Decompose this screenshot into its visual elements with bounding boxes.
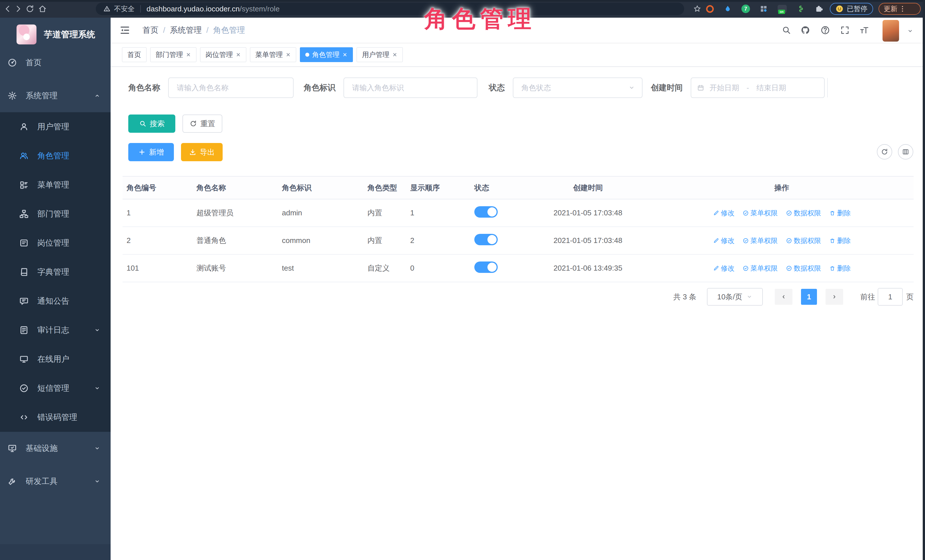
goto-page-input[interactable] bbox=[878, 288, 903, 306]
date-range-picker[interactable]: 开始日期 - 结束日期 bbox=[691, 78, 825, 98]
sidebar-collapse-icon[interactable] bbox=[119, 24, 131, 36]
browser-menu-icon[interactable] bbox=[902, 6, 903, 12]
close-icon[interactable] bbox=[392, 52, 397, 57]
menu-permission-action[interactable]: 菜单权限 bbox=[743, 236, 778, 245]
chevron-down-icon bbox=[746, 294, 753, 300]
menu-permission-action[interactable]: 菜单权限 bbox=[743, 264, 778, 273]
extension-on-badge-icon[interactable]: on bbox=[777, 4, 787, 14]
browser-home-icon[interactable] bbox=[38, 4, 47, 14]
security-label[interactable]: 不安全 bbox=[114, 4, 134, 14]
close-icon[interactable] bbox=[236, 52, 241, 57]
sidebar-item-users[interactable]: 用户管理 bbox=[0, 112, 111, 141]
refresh-table-button[interactable] bbox=[877, 144, 892, 159]
close-icon[interactable] bbox=[186, 52, 191, 57]
tab-roles[interactable]: 角色管理 bbox=[300, 47, 353, 62]
notice-icon bbox=[19, 296, 29, 306]
sidebar-item-online-users[interactable]: 在线用户 bbox=[0, 345, 111, 374]
sidebar-item-posts[interactable]: 岗位管理 bbox=[0, 228, 111, 258]
menu-permission-action[interactable]: 菜单权限 bbox=[743, 209, 778, 218]
tab-menus[interactable]: 菜单管理 bbox=[250, 47, 296, 62]
edit-action[interactable]: 修改 bbox=[713, 236, 735, 245]
sidebar-item-error-codes[interactable]: 错误码管理 bbox=[0, 403, 111, 432]
breadcrumb-section[interactable]: 系统管理 bbox=[170, 25, 202, 36]
current-page-button[interactable]: 1 bbox=[801, 289, 817, 305]
status-select[interactable]: 角色状态 bbox=[513, 78, 643, 98]
page-size-select[interactable]: 10条/页 bbox=[707, 288, 763, 306]
gear-icon bbox=[8, 91, 17, 101]
sidebar-item-devtools[interactable]: 研发工具 bbox=[0, 465, 111, 498]
extension-drop-icon[interactable] bbox=[723, 4, 732, 14]
tab-users[interactable]: 用户管理 bbox=[357, 47, 403, 62]
status-toggle[interactable] bbox=[475, 234, 498, 245]
fullscreen-icon[interactable] bbox=[840, 26, 850, 35]
browser-back-icon[interactable] bbox=[3, 4, 12, 14]
data-permission-action[interactable]: 数据权限 bbox=[786, 264, 821, 273]
role-key-input[interactable] bbox=[343, 78, 478, 98]
browser-update-button[interactable]: 更新 bbox=[878, 3, 921, 15]
bookmark-star-icon[interactable] bbox=[693, 5, 702, 13]
chevron-down-icon bbox=[94, 445, 100, 452]
sidebar-item-audit-logs[interactable]: 审计日志 bbox=[0, 315, 111, 345]
chevron-left-icon bbox=[780, 294, 787, 300]
status-toggle[interactable] bbox=[475, 206, 498, 218]
extension-snake-icon[interactable] bbox=[795, 4, 805, 14]
sidebar: 芋道管理系统 首页 系统管理 用户管理 角色管理 菜单管理 bbox=[0, 18, 111, 560]
search-button[interactable]: 搜索 bbox=[128, 114, 175, 133]
tab-posts[interactable]: 岗位管理 bbox=[200, 47, 246, 62]
sidebar-item-home[interactable]: 首页 bbox=[0, 46, 111, 79]
filter-divider bbox=[827, 78, 828, 98]
omnibox-divider bbox=[140, 5, 141, 12]
edit-action[interactable]: 修改 bbox=[713, 209, 735, 218]
browser-reload-icon[interactable] bbox=[26, 4, 35, 14]
sidebar-item-sms[interactable]: 短信管理 bbox=[0, 374, 111, 403]
paused-label: 已暂停 bbox=[847, 4, 868, 14]
next-page-button[interactable] bbox=[826, 289, 843, 305]
sidebar-item-roles[interactable]: 角色管理 bbox=[0, 141, 111, 170]
data-permission-action[interactable]: 数据权限 bbox=[786, 209, 821, 218]
sidebar-item-system[interactable]: 系统管理 bbox=[0, 79, 111, 112]
close-icon[interactable] bbox=[342, 52, 348, 57]
data-permission-action[interactable]: 数据权限 bbox=[786, 236, 821, 245]
sidebar-item-infrastructure[interactable]: 基础设施 bbox=[0, 432, 111, 465]
code-icon bbox=[19, 413, 29, 422]
extension-grid-icon[interactable] bbox=[759, 4, 768, 14]
sidebar-item-departments[interactable]: 部门管理 bbox=[0, 200, 111, 228]
tags-view-bar: 首页 部门管理 岗位管理 菜单管理 角色管理 用户管理 bbox=[111, 43, 925, 67]
browser-forward-icon[interactable] bbox=[14, 4, 23, 14]
close-icon[interactable] bbox=[286, 52, 291, 57]
extension-ring-icon[interactable] bbox=[705, 4, 715, 14]
refresh-icon bbox=[881, 148, 888, 156]
paused-status-pill[interactable]: 已暂停 bbox=[830, 3, 873, 15]
avatar-caret-down-icon[interactable] bbox=[907, 28, 913, 34]
breadcrumb-home[interactable]: 首页 bbox=[143, 25, 158, 36]
sidebar-item-dicts[interactable]: 字典管理 bbox=[0, 258, 111, 287]
active-dot bbox=[305, 53, 309, 57]
address-bar[interactable]: 不安全 dashboard.yudao.iocoder.cn/system/ro… bbox=[96, 3, 684, 15]
header-search-icon[interactable] bbox=[782, 26, 791, 35]
font-size-icon[interactable] bbox=[859, 26, 869, 35]
toggle-columns-button[interactable] bbox=[898, 144, 913, 159]
page-url[interactable]: dashboard.yudao.iocoder.cn/system/role bbox=[146, 5, 280, 14]
tab-departments[interactable]: 部门管理 bbox=[150, 47, 196, 62]
help-icon[interactable] bbox=[820, 26, 830, 35]
add-button[interactable]: 新增 bbox=[128, 143, 174, 161]
edit-action[interactable]: 修改 bbox=[713, 264, 735, 273]
reset-button[interactable]: 重置 bbox=[182, 114, 222, 133]
export-button[interactable]: 导出 bbox=[181, 143, 223, 161]
sidebar-item-notices[interactable]: 通知公告 bbox=[0, 287, 111, 315]
sidebar-logo[interactable]: 芋道管理系统 bbox=[0, 18, 111, 44]
delete-action[interactable]: 删除 bbox=[829, 264, 851, 273]
delete-action[interactable]: 删除 bbox=[829, 209, 851, 218]
status-toggle[interactable] bbox=[475, 261, 498, 273]
sidebar-item-menus[interactable]: 菜单管理 bbox=[0, 170, 111, 200]
tab-home[interactable]: 首页 bbox=[122, 47, 146, 62]
role-name-input[interactable] bbox=[168, 78, 294, 98]
circle-check-icon bbox=[743, 237, 749, 244]
github-icon[interactable] bbox=[800, 26, 810, 35]
extension-green-7-icon[interactable]: 7 bbox=[741, 4, 750, 14]
prev-page-button[interactable] bbox=[775, 289, 792, 305]
breadcrumb-current: 角色管理 bbox=[213, 25, 245, 36]
extension-puzzle-icon[interactable] bbox=[814, 4, 824, 14]
user-avatar[interactable] bbox=[883, 20, 899, 42]
delete-action[interactable]: 删除 bbox=[829, 236, 851, 245]
